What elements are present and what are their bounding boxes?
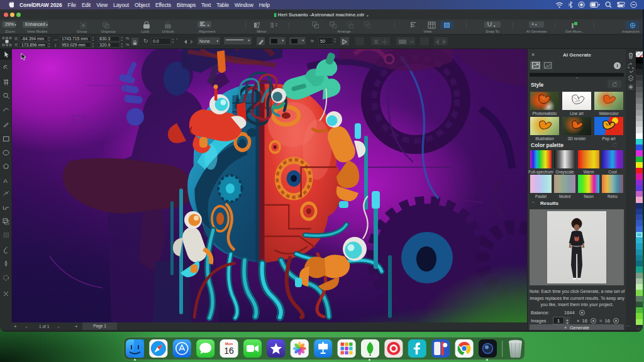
svg-text:16: 16 (224, 346, 234, 356)
svg-text:Mon: Mon (225, 342, 233, 346)
svg-text:A: A (4, 177, 8, 184)
